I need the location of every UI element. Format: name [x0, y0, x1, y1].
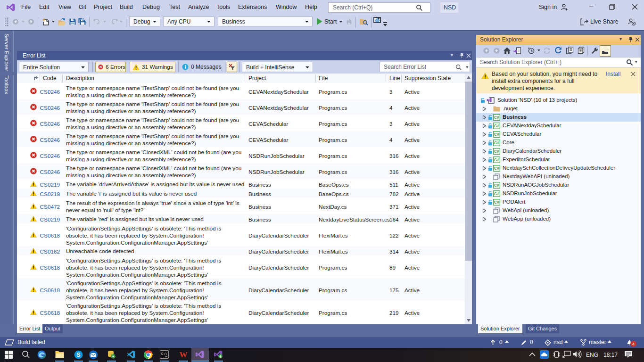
- svg-text:C#: C#: [494, 200, 499, 205]
- svg-text:C#: C#: [494, 157, 499, 162]
- svg-text:C#: C#: [494, 140, 499, 145]
- svg-text:C#: C#: [494, 132, 499, 137]
- svg-text:S: S: [76, 352, 80, 358]
- svg-text:C#: C#: [494, 115, 499, 120]
- svg-text:C#: C#: [494, 166, 499, 171]
- svg-text:C#: C#: [494, 149, 499, 154]
- svg-text:W: W: [180, 350, 188, 359]
- svg-text:C#: C#: [494, 191, 499, 196]
- svg-text:C#: C#: [494, 123, 499, 128]
- svg-text:C:\: C:\: [161, 352, 167, 356]
- svg-text:C#: C#: [494, 183, 499, 188]
